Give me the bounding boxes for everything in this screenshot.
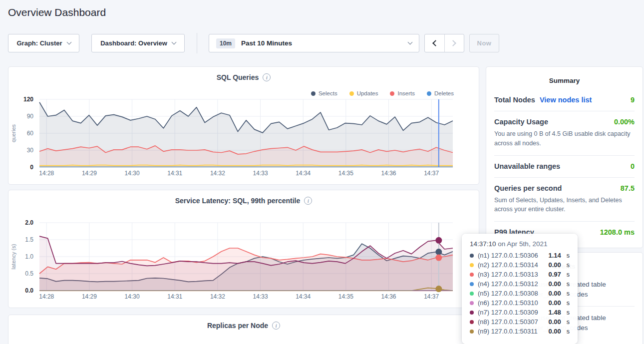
node-latency-value: 0.00 xyxy=(548,328,561,335)
time-range-label: Past 10 Minutes xyxy=(241,39,402,47)
x-axis-ticks: 14:2814:2914:3014:3114:3214:3314:3414:35… xyxy=(39,170,453,178)
time-step-forward-button[interactable] xyxy=(444,34,464,52)
now-button-label: Now xyxy=(477,39,492,47)
node-latency-unit: s xyxy=(567,271,570,278)
summary-title: Summary xyxy=(494,74,635,89)
node-address: (n1) 127.0.0.1:50306 xyxy=(478,252,544,259)
legend-dot xyxy=(427,91,431,96)
tooltip-row: (n1) 127.0.0.1:503061.14s xyxy=(470,252,570,259)
x-tick-label: 14:32 xyxy=(206,170,229,177)
legend-label: Deletes xyxy=(434,90,454,96)
tooltip-row: (n4) 127.0.0.1:503120.00s xyxy=(470,280,570,288)
legend-label: Selects xyxy=(319,90,337,96)
chart-legend: SelectsUpdatesInsertsDeletes xyxy=(311,90,454,96)
node-color-dot xyxy=(470,301,474,305)
chevron-down-icon xyxy=(408,40,413,45)
node-address: (n8) 127.0.0.1:50307 xyxy=(478,318,544,326)
sql-queries-plot-area[interactable] xyxy=(39,99,453,167)
node-latency-unit: s xyxy=(567,252,570,259)
view-nodes-list-link[interactable]: View nodes list xyxy=(540,96,592,104)
node-color-dot xyxy=(470,311,474,315)
y-axis-label: queries xyxy=(10,124,16,142)
y-tick-label: 0 xyxy=(30,164,33,171)
summary-value: 9 xyxy=(631,96,635,104)
summary-value: 0.00% xyxy=(614,118,635,126)
x-tick-label: 14:36 xyxy=(377,170,400,177)
node-latency-unit: s xyxy=(567,319,570,326)
tooltip-row: (n8) 127.0.0.1:503070.00s xyxy=(470,318,570,326)
node-color-dot xyxy=(470,254,474,258)
y-tick-label: 1.5 xyxy=(25,236,33,243)
x-tick-label: 14:28 xyxy=(35,170,58,177)
legend-dot xyxy=(349,91,354,96)
info-icon[interactable]: i xyxy=(272,322,280,330)
graph-dropdown-label: Graph: Cluster xyxy=(16,39,62,47)
x-tick-label: 14:34 xyxy=(292,293,315,300)
node-color-dot xyxy=(470,282,474,286)
node-address: (n9) 127.0.0.1:50311 xyxy=(478,328,544,335)
y-tick-label: 0.5 xyxy=(25,270,33,277)
page-title: Overview Dashboard xyxy=(8,6,106,18)
y-tick-label: 1.0 xyxy=(25,253,33,260)
x-tick-label: 14:29 xyxy=(78,170,101,177)
info-icon[interactable]: i xyxy=(304,197,312,205)
y-tick-label: 2.0 xyxy=(25,219,33,226)
chevron-down-icon xyxy=(171,40,176,45)
x-tick-label: 14:29 xyxy=(78,293,101,300)
time-step-back-button[interactable] xyxy=(425,34,444,52)
node-address: (n5) 127.0.0.1:50308 xyxy=(478,290,544,297)
summary-label: Unavailable ranges xyxy=(494,162,560,170)
legend-item-deletes[interactable]: Deletes xyxy=(427,90,454,96)
x-tick-label: 14:33 xyxy=(249,170,272,177)
info-icon[interactable]: i xyxy=(263,73,271,81)
legend-label: Inserts xyxy=(397,90,415,96)
legend-item-updates[interactable]: Updates xyxy=(349,90,378,96)
node-latency-value: 0.00 xyxy=(548,299,561,307)
tooltip-row: (n6) 127.0.0.1:503100.00s xyxy=(470,299,570,307)
legend-dot xyxy=(390,91,394,96)
summary-label: Capacity Usage xyxy=(494,118,548,126)
y-axis-label: latency (s) xyxy=(10,244,16,270)
tooltip-row: (n2) 127.0.0.1:503140.00s xyxy=(470,261,570,269)
chevron-left-icon xyxy=(432,40,439,46)
x-tick-label: 14:36 xyxy=(377,293,400,300)
node-latency-value: 0.00 xyxy=(548,318,561,326)
tooltip-row: (n3) 127.0.0.1:503130.97s xyxy=(470,271,570,278)
dashboard-dropdown[interactable]: Dashboard: Overview xyxy=(91,34,185,52)
summary-label: Queries per second xyxy=(494,184,562,192)
x-tick-label: 14:33 xyxy=(249,293,272,300)
summary-value: 87.5 xyxy=(621,184,635,192)
node-latency-unit: s xyxy=(567,328,570,335)
now-button[interactable]: Now xyxy=(469,34,499,52)
x-tick-label: 14:37 xyxy=(420,293,443,300)
chart-title: Service Latency: SQL, 99th percentile xyxy=(175,197,301,205)
legend-item-inserts[interactable]: Inserts xyxy=(390,90,415,96)
x-tick-label: 14:35 xyxy=(334,170,357,177)
x-tick-label: 14:28 xyxy=(35,293,58,300)
summary-row: Unavailable ranges0 xyxy=(494,155,635,177)
x-axis-ticks: 14:2814:2914:3014:3114:3214:3314:3414:35… xyxy=(39,293,453,301)
node-address: (n4) 127.0.0.1:50312 xyxy=(478,280,544,288)
node-address: (n3) 127.0.0.1:50313 xyxy=(478,271,544,278)
legend-item-selects[interactable]: Selects xyxy=(311,90,337,96)
y-axis-ticks: 0306090120 xyxy=(16,99,36,167)
y-tick-label: 120 xyxy=(23,96,33,103)
time-range-dropdown[interactable]: 10m Past 10 Minutes xyxy=(209,34,419,52)
node-address: (n7) 127.0.0.1:50309 xyxy=(478,309,544,316)
node-latency-value: 0.00 xyxy=(548,280,561,288)
graph-dropdown[interactable]: Graph: Cluster xyxy=(8,34,79,52)
node-address: (n2) 127.0.0.1:50314 xyxy=(478,261,544,269)
node-latency-unit: s xyxy=(567,262,570,269)
node-latency-value: 1.14 xyxy=(548,252,561,259)
x-tick-label: 14:37 xyxy=(420,170,443,177)
chart-title: Replicas per Node xyxy=(207,322,268,330)
tooltip-row: (n5) 127.0.0.1:503080.00s xyxy=(470,290,570,297)
legend-label: Updates xyxy=(357,90,378,96)
tooltip-row: (n9) 127.0.0.1:503110.00s xyxy=(470,328,570,335)
summary-panel: Summary Total NodesView nodes list9Capac… xyxy=(486,66,643,248)
x-tick-label: 14:30 xyxy=(121,170,144,177)
service-latency-plot-area[interactable] xyxy=(39,223,453,291)
node-color-dot xyxy=(470,273,474,277)
sql-queries-chart-panel: SQL Queries i SelectsUpdatesInsertsDelet… xyxy=(8,66,479,185)
node-latency-value: 0.97 xyxy=(548,271,561,278)
